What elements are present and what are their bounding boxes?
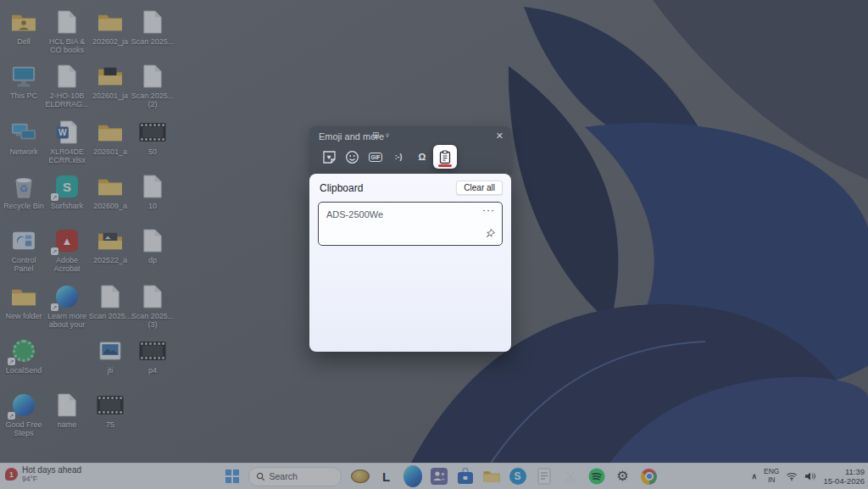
clock[interactable]: 11:39 15-04-2026: [823, 467, 865, 486]
taskbar-app-notepad[interactable]: [535, 466, 554, 486]
desktop-icon-202609-a[interactable]: 202609_a: [88, 171, 132, 210]
image-icon: [88, 336, 132, 366]
desktop-icon-p4[interactable]: p4: [131, 336, 175, 375]
svg-text:W: W: [58, 128, 67, 137]
kaomoji-tab[interactable]: :-): [387, 145, 410, 169]
start-button[interactable]: [225, 470, 239, 483]
hidden-icons-chevron[interactable]: ∧: [751, 472, 757, 481]
clipboard-heading: Clipboard: [320, 182, 363, 194]
shortcut-arrow-icon: ↗: [8, 358, 15, 365]
folder-photo-icon: [88, 225, 132, 256]
desktop-icon-50[interactable]: 50: [131, 117, 175, 156]
desktop-icon-good-free-steps[interactable]: ↗Good Free Steps: [2, 390, 46, 438]
taskbar-app-settings[interactable]: ⚙: [614, 466, 632, 486]
clipboard-tab[interactable]: [433, 145, 457, 169]
desktop-icon-label: Good Free Steps: [2, 420, 46, 438]
clipboard-item-ads-2500we[interactable]: ADS-2500We···: [318, 202, 503, 246]
sticker-heart-icon: ♥: [322, 150, 337, 164]
search-input[interactable]: Search: [248, 467, 342, 486]
desktop-icon-learn-more-edge[interactable]: ↗Learn more about your ...: [45, 281, 89, 331]
taskbar-app-edge[interactable]: [403, 466, 422, 486]
symbols-icon: Ω: [419, 152, 426, 162]
desktop-icon-name[interactable]: name: [45, 390, 89, 429]
desktop-icon-label: 202609_a: [88, 202, 132, 210]
clipboard-panel: Clipboard Clear all ADS-2500We···: [309, 174, 511, 352]
desktop-icon-10[interactable]: 10: [131, 171, 175, 210]
desktop-icon-scan-2025[interactable]: Scan 2025...: [131, 7, 175, 46]
language-indicator[interactable]: ENG IN: [764, 468, 779, 485]
desktop-icon-label: Scan 2025... (3): [131, 312, 175, 330]
doc-icon: [45, 61, 89, 92]
desktop-icon-adobe-acrobat[interactable]: ▲↗Adobe Acrobat: [45, 225, 89, 274]
desktop-icon-dell[interactable]: Dell: [2, 7, 46, 46]
doc-icon: [88, 281, 132, 312]
doc-icon: [131, 225, 175, 256]
desktop-icon-202601-ja[interactable]: 202601_ja: [88, 61, 132, 100]
wifi-icon[interactable]: [786, 471, 798, 481]
desktop-icon-75[interactable]: 75: [88, 390, 132, 429]
taskbar-app-chrome[interactable]: [640, 466, 659, 486]
taskbar-app-gold-badge[interactable]: [351, 466, 370, 486]
desktop-icon-surfshark[interactable]: S↗Surfshark: [45, 171, 89, 210]
desktop-icon-jti[interactable]: jti: [88, 336, 132, 375]
doc-icon: [45, 390, 89, 420]
edge-icon: ↗: [2, 390, 46, 420]
taskbar-app-store[interactable]: [456, 466, 475, 486]
taskbar-app-file-explorer[interactable]: [482, 466, 501, 486]
desktop-icon-network[interactable]: Network: [2, 117, 46, 156]
taskbar-app-teams[interactable]: [430, 466, 448, 486]
folder-icon: [2, 281, 46, 312]
desktop-screen: DellHCL BIA & CO books202602_jaScan 2025…: [0, 0, 868, 489]
desktop-icon-recycle-bin[interactable]: ♻Recycle Bin: [2, 171, 46, 210]
desktop-icon-control-panel[interactable]: Control Panel: [2, 225, 46, 274]
desktop-icon-localsend[interactable]: ↗LocalSend: [2, 336, 46, 375]
desktop-icon-scan-2025-b[interactable]: Scan 2025...: [88, 281, 132, 320]
emoji-tab[interactable]: [340, 145, 364, 169]
close-icon[interactable]: ✕: [496, 131, 504, 142]
taskbar-app-snipping-tool[interactable]: [561, 466, 580, 486]
taskbar-app-spotify[interactable]: [587, 466, 606, 486]
doc-icon: [131, 7, 175, 37]
stickers-tab[interactable]: ♥: [317, 145, 341, 169]
desktop-icon-label: Scan 2025... (2): [131, 92, 175, 109]
desktop-icon-dp[interactable]: dp: [131, 225, 175, 264]
panel-header: Emoji and more ⊞ ∨ ✕ ♥GIF:-)Ω: [309, 126, 511, 174]
desktop-icon-xlr04de[interactable]: WXLR04DE ECRR.xlsx: [45, 117, 89, 165]
desktop-icon-202601-a[interactable]: 202601_a: [88, 117, 132, 156]
desktop-icon-label: HCL BIA & CO books: [45, 37, 89, 55]
smiley-icon: [345, 150, 359, 164]
desktop-icon-202602-ja[interactable]: 202602_ja: [88, 7, 132, 46]
more-options-icon[interactable]: ···: [482, 204, 495, 216]
desktop-icon-scan-2025-3[interactable]: Scan 2025... (3): [131, 281, 175, 330]
widgets-button[interactable]: 1 Hot days ahead 94°F: [5, 465, 81, 483]
chevron-down-icon[interactable]: ∨: [385, 131, 390, 139]
desktop-icon-label: XLR04DE ECRR.xlsx: [45, 147, 89, 165]
desktop-icon-this-pc[interactable]: This PC: [2, 61, 46, 100]
clear-all-button[interactable]: Clear all: [456, 181, 503, 195]
gif-tab[interactable]: GIF: [364, 145, 387, 169]
folder-icon: [88, 171, 132, 202]
language-line2: IN: [764, 476, 779, 485]
localsend-icon: ↗: [2, 336, 46, 366]
volume-icon[interactable]: [804, 471, 816, 481]
taskbar: 1 Hot days ahead 94°F Search LS⚙ ∧ E: [0, 463, 868, 489]
pin-icon[interactable]: [486, 226, 496, 242]
grid-icon: ⊞: [372, 131, 379, 140]
desktop-icon-label: 75: [88, 420, 132, 429]
desktop-icon-new-folder[interactable]: New folder: [2, 281, 46, 320]
network-icon: [2, 117, 46, 147]
desktop-icon-202522-a[interactable]: 202522_a: [88, 225, 132, 264]
shortcut-arrow-icon: ↗: [51, 303, 58, 311]
doc-icon: [131, 61, 175, 92]
desktop-icon-label: 202601_a: [88, 147, 132, 156]
taskbar-app-skype[interactable]: S: [509, 466, 527, 486]
desktop-icon-scan-2025-2[interactable]: Scan 2025... (2): [131, 61, 175, 109]
desktop-icon-label: 2-HO-10B ELDRRAG...: [45, 92, 89, 109]
desktop-icon-hcl-books[interactable]: HCL BIA & CO books: [45, 7, 89, 55]
taskbar-app-dark[interactable]: L: [377, 466, 396, 486]
symbols-tab[interactable]: Ω: [410, 145, 434, 169]
widgets-headline: Hot days ahead: [22, 465, 81, 475]
desktop-icon-2ho10b[interactable]: 2-HO-10B ELDRRAG...: [45, 61, 89, 109]
acrobat-icon: ▲↗: [45, 225, 89, 256]
desktop-icon-label: Control Panel: [2, 256, 46, 274]
